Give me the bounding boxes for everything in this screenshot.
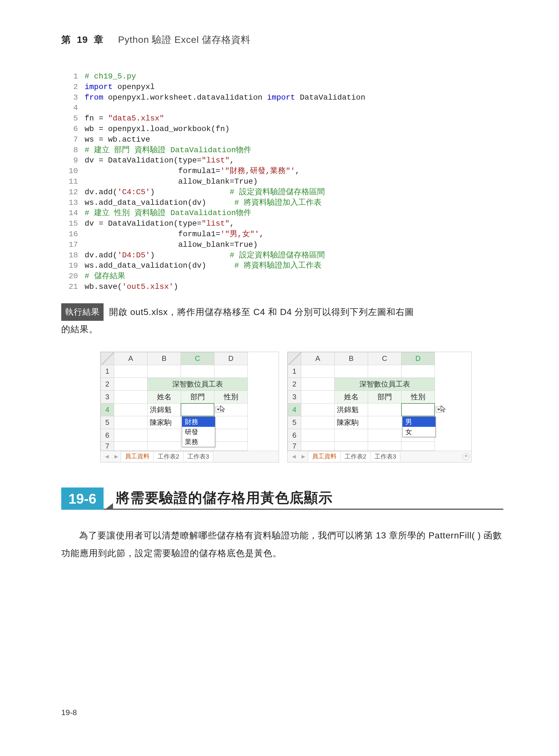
row-header[interactable]: 6 bbox=[101, 429, 114, 441]
row-header[interactable]: 3 bbox=[288, 390, 301, 403]
cell[interactable] bbox=[335, 429, 368, 441]
column-header[interactable]: D bbox=[214, 352, 248, 365]
code-text: ws.add_data_validation(dv) # 將資料驗證加入工作表 bbox=[85, 260, 503, 271]
cell[interactable] bbox=[368, 429, 401, 441]
dept-cell[interactable] bbox=[368, 403, 401, 416]
column-header[interactable]: C bbox=[181, 352, 214, 365]
tab-nav-left[interactable]: ◄ bbox=[289, 453, 299, 460]
cell[interactable] bbox=[401, 365, 435, 377]
sheet-tab-bar: ◄►員工資料工作表2工作表3+ bbox=[288, 451, 471, 462]
gender-cell[interactable] bbox=[214, 416, 248, 429]
line-number: 1 bbox=[61, 71, 85, 82]
row-header[interactable]: 4 bbox=[101, 403, 114, 416]
line-number: 10 bbox=[61, 166, 85, 177]
cell[interactable] bbox=[335, 441, 368, 451]
cell[interactable] bbox=[114, 441, 148, 451]
cell[interactable] bbox=[301, 365, 335, 377]
table-title-cell[interactable]: 深智數位員工表 bbox=[148, 377, 248, 390]
name-cell[interactable]: 陳家駒 bbox=[335, 416, 368, 429]
select-all-corner[interactable] bbox=[101, 352, 114, 365]
code-line: 11 allow_blank=True) bbox=[61, 177, 503, 187]
row-header[interactable]: 1 bbox=[101, 365, 114, 377]
cell[interactable] bbox=[401, 441, 435, 451]
cell[interactable] bbox=[181, 365, 214, 377]
row-header[interactable]: 5 bbox=[101, 416, 114, 429]
name-cell[interactable]: 陳家駒 bbox=[148, 416, 181, 429]
cell[interactable] bbox=[368, 365, 401, 377]
row-header[interactable]: 5 bbox=[288, 416, 301, 429]
row-header[interactable]: 6 bbox=[288, 429, 301, 441]
cell[interactable] bbox=[114, 365, 148, 377]
excel-screenshots: ABCD12深智數位員工表3姓名部門性別4洪錦魁5陳家駒67財務研發業務◄►員工… bbox=[100, 352, 503, 462]
dropdown-option[interactable]: 男 bbox=[403, 417, 435, 427]
gender-cell[interactable] bbox=[401, 403, 435, 416]
name-cell[interactable]: 洪錦魁 bbox=[148, 403, 181, 416]
tab-nav-right[interactable]: ► bbox=[112, 453, 121, 460]
column-label-cell[interactable]: 姓名 bbox=[335, 390, 368, 403]
table-title-cell[interactable]: 深智數位員工表 bbox=[335, 377, 435, 390]
sheet-tab[interactable]: 工作表2 bbox=[340, 452, 371, 461]
validation-dropdown[interactable]: 財務研發業務 bbox=[182, 416, 215, 447]
column-header[interactable]: D bbox=[401, 352, 435, 365]
dept-cell[interactable] bbox=[181, 403, 214, 416]
cell[interactable] bbox=[301, 441, 335, 451]
column-header[interactable]: A bbox=[114, 352, 148, 365]
row-header[interactable]: 7 bbox=[101, 441, 114, 451]
code-line: 1# ch19_5.py bbox=[61, 71, 503, 82]
cell[interactable] bbox=[301, 390, 335, 403]
cell[interactable] bbox=[214, 365, 248, 377]
sheet-tab[interactable]: 員工資料 bbox=[308, 451, 341, 462]
row-header[interactable]: 1 bbox=[288, 365, 301, 377]
cell[interactable] bbox=[148, 429, 181, 441]
cell[interactable] bbox=[301, 416, 335, 429]
dropdown-option[interactable]: 財務 bbox=[182, 417, 215, 427]
cell[interactable] bbox=[214, 441, 248, 451]
column-header[interactable]: A bbox=[301, 352, 335, 365]
dropdown-option[interactable]: 業務 bbox=[182, 437, 215, 447]
cell[interactable] bbox=[148, 365, 181, 377]
cell[interactable] bbox=[301, 429, 335, 441]
dept-cell[interactable] bbox=[368, 416, 401, 429]
row-header[interactable]: 2 bbox=[101, 377, 114, 390]
row-header[interactable]: 7 bbox=[288, 441, 301, 451]
cell[interactable] bbox=[301, 403, 335, 416]
cell[interactable] bbox=[114, 403, 148, 416]
row-header[interactable]: 2 bbox=[288, 377, 301, 390]
sheet-tab[interactable]: 員工資料 bbox=[121, 451, 154, 462]
sheet-tab[interactable]: 工作表3 bbox=[370, 452, 400, 461]
dropdown-option[interactable]: 研發 bbox=[182, 427, 215, 437]
row-header[interactable]: 4 bbox=[288, 403, 301, 416]
column-label-cell[interactable]: 性別 bbox=[401, 390, 435, 403]
cell[interactable] bbox=[114, 390, 148, 403]
column-label-cell[interactable]: 姓名 bbox=[148, 390, 181, 403]
sheet-tab[interactable]: 工作表3 bbox=[183, 452, 213, 461]
cell[interactable] bbox=[335, 365, 368, 377]
code-line: 6wb = openpyxl.load_workbook(fn) bbox=[61, 124, 503, 134]
column-label-cell[interactable]: 性別 bbox=[214, 390, 248, 403]
cell[interactable] bbox=[114, 429, 148, 441]
column-header[interactable]: B bbox=[335, 352, 368, 365]
cell[interactable] bbox=[114, 416, 148, 429]
code-line: 7ws = wb.active bbox=[61, 134, 503, 145]
add-sheet-button[interactable]: + bbox=[463, 453, 470, 460]
tab-nav-right[interactable]: ► bbox=[299, 453, 308, 460]
dropdown-option[interactable]: 女 bbox=[403, 427, 435, 437]
tab-nav-left[interactable]: ◄ bbox=[102, 453, 112, 460]
chapter-number: 19 bbox=[74, 34, 91, 45]
select-all-corner[interactable] bbox=[288, 352, 301, 365]
cell[interactable] bbox=[214, 429, 248, 441]
validation-dropdown[interactable]: 男女 bbox=[402, 416, 436, 437]
cell[interactable] bbox=[114, 377, 148, 390]
sheet-tab[interactable]: 工作表2 bbox=[153, 452, 183, 461]
code-text: dv.add('D4:D5') # 設定資料驗證儲存格區間 bbox=[85, 250, 503, 261]
column-label-cell[interactable]: 部門 bbox=[181, 390, 214, 403]
name-cell[interactable]: 洪錦魁 bbox=[335, 403, 368, 416]
cell[interactable] bbox=[148, 441, 181, 451]
column-header[interactable]: C bbox=[368, 352, 401, 365]
code-line: 21wb.save('out5.xlsx') bbox=[61, 281, 503, 292]
cell[interactable] bbox=[301, 377, 335, 390]
cell[interactable] bbox=[368, 441, 401, 451]
row-header[interactable]: 3 bbox=[101, 390, 114, 403]
column-header[interactable]: B bbox=[148, 352, 181, 365]
column-label-cell[interactable]: 部門 bbox=[368, 390, 401, 403]
